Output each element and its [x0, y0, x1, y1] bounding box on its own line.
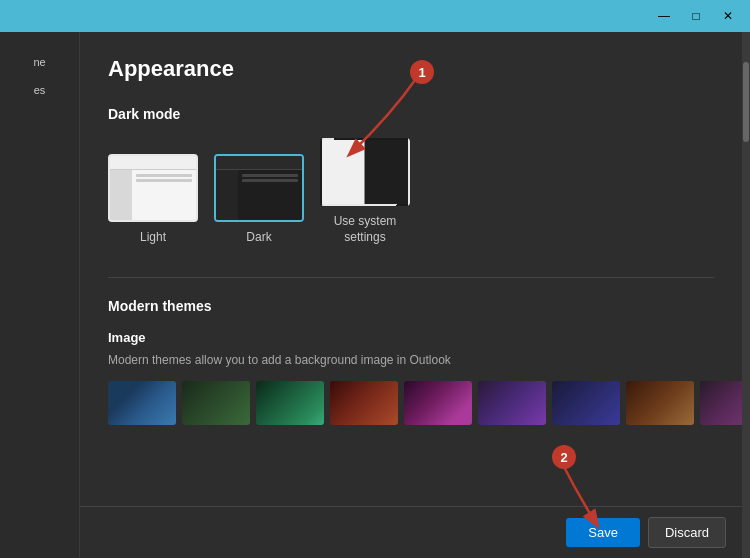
- mode-option-dark[interactable]: Dark: [214, 154, 304, 246]
- mode-thumb-light: [108, 154, 198, 222]
- dark-mode-options: Light Dark: [108, 138, 714, 245]
- discard-button[interactable]: Discard: [648, 517, 726, 548]
- sidebar-item-1[interactable]: ne: [0, 48, 79, 76]
- thumb-line-2: [136, 179, 192, 182]
- thumb-line-1: [136, 174, 192, 177]
- thumb-dark-header: [216, 156, 302, 170]
- theme-img-2[interactable]: [182, 381, 250, 425]
- annotation-circle-1: 1: [410, 60, 434, 84]
- mode-thumb-system: [320, 138, 410, 206]
- content-footer: 2 Save Discard: [80, 506, 742, 558]
- image-label: Image: [108, 330, 714, 345]
- scrollbar-thumb[interactable]: [743, 62, 749, 142]
- theme-images: [108, 381, 714, 425]
- maximize-button[interactable]: □: [682, 5, 710, 27]
- mode-label-system: Use systemsettings: [334, 214, 397, 245]
- app-body: ne es Appearance Dark mode 1: [0, 32, 750, 558]
- thumb-light-sidebar: [110, 170, 132, 220]
- theme-img-3[interactable]: [256, 381, 324, 425]
- sidebar: ne es: [0, 32, 80, 558]
- mode-label-light: Light: [140, 230, 166, 246]
- theme-img-7[interactable]: [552, 381, 620, 425]
- annotation-arrow-2: [542, 463, 622, 533]
- theme-img-6[interactable]: [478, 381, 546, 425]
- thumb-dark-line-2: [242, 179, 298, 182]
- thumb-light-content: [132, 170, 196, 220]
- mode-label-dark: Dark: [246, 230, 271, 246]
- thumb-dark-line-1: [242, 174, 298, 177]
- dark-mode-title: Dark mode: [108, 106, 714, 122]
- window-controls: — □ ✕: [650, 5, 742, 27]
- thumb-system-left: [322, 140, 365, 204]
- theme-img-5[interactable]: [404, 381, 472, 425]
- content-main: Appearance Dark mode 1: [80, 32, 742, 506]
- annotation-circle-2: 2: [552, 445, 576, 469]
- theme-img-4[interactable]: [330, 381, 398, 425]
- theme-img-8[interactable]: [626, 381, 694, 425]
- scrollbar-track[interactable]: [742, 32, 750, 558]
- thumb-dark-body: [216, 170, 302, 220]
- thumb-light-body: [110, 170, 196, 220]
- thumb-dark-content: [238, 170, 302, 220]
- mode-option-light[interactable]: Light: [108, 154, 198, 246]
- sidebar-item-2[interactable]: es: [0, 76, 79, 104]
- modern-themes-title: Modern themes: [108, 298, 714, 314]
- theme-img-1[interactable]: [108, 381, 176, 425]
- thumb-light-header: [110, 156, 196, 170]
- thumb-system-right: [365, 140, 408, 204]
- mode-option-system[interactable]: Use systemsettings: [320, 138, 410, 245]
- minimize-button[interactable]: —: [650, 5, 678, 27]
- thumb-dark-sidebar: [216, 170, 238, 220]
- close-button[interactable]: ✕: [714, 5, 742, 27]
- section-divider: [108, 277, 714, 278]
- theme-img-9[interactable]: [700, 381, 742, 425]
- modern-themes-desc: Modern themes allow you to add a backgro…: [108, 353, 714, 367]
- content-area: Appearance Dark mode 1: [80, 32, 742, 558]
- mode-thumb-dark: [214, 154, 304, 222]
- title-bar: — □ ✕: [0, 0, 750, 32]
